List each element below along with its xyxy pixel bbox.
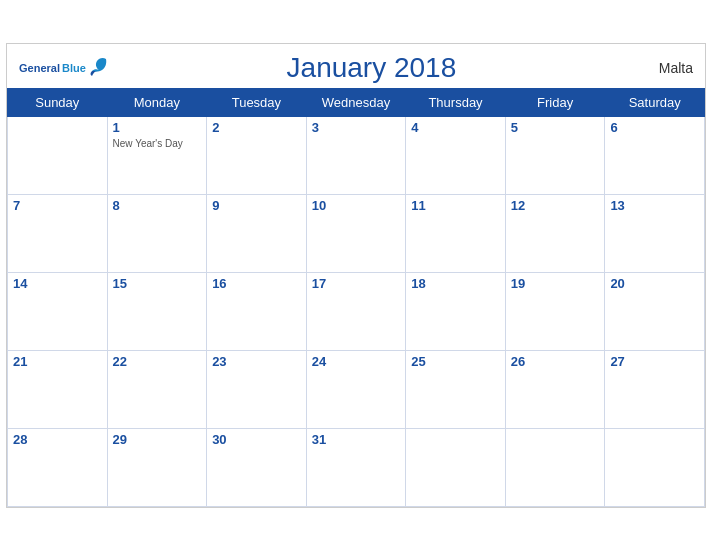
calendar-header: General Blue January 2018 Malta xyxy=(7,44,705,88)
day-number: 1 xyxy=(113,120,202,135)
day-number: 10 xyxy=(312,198,401,213)
day-header-monday: Monday xyxy=(107,88,207,116)
day-number: 30 xyxy=(212,432,301,447)
day-header-saturday: Saturday xyxy=(605,88,705,116)
calendar-cell: 7 xyxy=(8,194,108,272)
calendar-week-row: 1New Year's Day23456 xyxy=(8,116,705,194)
day-number: 23 xyxy=(212,354,301,369)
calendar-cell: 29 xyxy=(107,428,207,506)
logo-bird-icon xyxy=(88,56,110,79)
day-header-friday: Friday xyxy=(505,88,605,116)
calendar-cell: 11 xyxy=(406,194,506,272)
calendar-cell xyxy=(8,116,108,194)
day-number: 21 xyxy=(13,354,102,369)
calendar-container: General Blue January 2018 Malta SundayMo… xyxy=(6,43,706,508)
day-header-wednesday: Wednesday xyxy=(306,88,406,116)
calendar-week-row: 21222324252627 xyxy=(8,350,705,428)
day-number: 25 xyxy=(411,354,500,369)
calendar-table: SundayMondayTuesdayWednesdayThursdayFrid… xyxy=(7,88,705,507)
day-number: 8 xyxy=(113,198,202,213)
calendar-cell: 22 xyxy=(107,350,207,428)
day-number: 7 xyxy=(13,198,102,213)
calendar-cell: 8 xyxy=(107,194,207,272)
day-number: 6 xyxy=(610,120,699,135)
day-number: 15 xyxy=(113,276,202,291)
day-number: 9 xyxy=(212,198,301,213)
day-number: 28 xyxy=(13,432,102,447)
calendar-cell: 23 xyxy=(207,350,307,428)
calendar-cell: 15 xyxy=(107,272,207,350)
day-number: 29 xyxy=(113,432,202,447)
calendar-week-row: 28293031 xyxy=(8,428,705,506)
calendar-cell: 18 xyxy=(406,272,506,350)
logo-area: General Blue xyxy=(19,56,110,79)
calendar-cell: 5 xyxy=(505,116,605,194)
calendar-cell: 3 xyxy=(306,116,406,194)
holiday-label: New Year's Day xyxy=(113,137,202,150)
day-number: 26 xyxy=(511,354,600,369)
day-number: 20 xyxy=(610,276,699,291)
calendar-week-row: 78910111213 xyxy=(8,194,705,272)
calendar-cell: 31 xyxy=(306,428,406,506)
calendar-week-row: 14151617181920 xyxy=(8,272,705,350)
calendar-cell: 14 xyxy=(8,272,108,350)
calendar-cell: 10 xyxy=(306,194,406,272)
logo-blue-text: Blue xyxy=(62,62,86,74)
title-area: January 2018 xyxy=(110,52,633,84)
day-number: 5 xyxy=(511,120,600,135)
calendar-title: January 2018 xyxy=(287,52,457,83)
calendar-cell: 21 xyxy=(8,350,108,428)
day-number: 14 xyxy=(13,276,102,291)
day-number: 31 xyxy=(312,432,401,447)
calendar-cell xyxy=(605,428,705,506)
day-number: 24 xyxy=(312,354,401,369)
calendar-cell: 17 xyxy=(306,272,406,350)
day-number: 11 xyxy=(411,198,500,213)
country-label: Malta xyxy=(633,60,693,76)
day-number: 4 xyxy=(411,120,500,135)
calendar-cell: 20 xyxy=(605,272,705,350)
calendar-cell: 26 xyxy=(505,350,605,428)
day-header-thursday: Thursday xyxy=(406,88,506,116)
logo-general-text: General xyxy=(19,62,60,74)
calendar-cell: 25 xyxy=(406,350,506,428)
calendar-cell: 12 xyxy=(505,194,605,272)
day-header-tuesday: Tuesday xyxy=(207,88,307,116)
calendar-cell: 6 xyxy=(605,116,705,194)
calendar-cell: 27 xyxy=(605,350,705,428)
day-number: 19 xyxy=(511,276,600,291)
day-number: 22 xyxy=(113,354,202,369)
day-number: 12 xyxy=(511,198,600,213)
days-header-row: SundayMondayTuesdayWednesdayThursdayFrid… xyxy=(8,88,705,116)
calendar-cell xyxy=(505,428,605,506)
calendar-cell: 24 xyxy=(306,350,406,428)
day-number: 2 xyxy=(212,120,301,135)
calendar-cell: 19 xyxy=(505,272,605,350)
calendar-cell: 13 xyxy=(605,194,705,272)
day-header-sunday: Sunday xyxy=(8,88,108,116)
day-number: 17 xyxy=(312,276,401,291)
day-number: 3 xyxy=(312,120,401,135)
calendar-cell: 9 xyxy=(207,194,307,272)
calendar-cell: 30 xyxy=(207,428,307,506)
calendar-cell: 16 xyxy=(207,272,307,350)
calendar-cell: 28 xyxy=(8,428,108,506)
calendar-cell xyxy=(406,428,506,506)
day-number: 13 xyxy=(610,198,699,213)
calendar-cell: 1New Year's Day xyxy=(107,116,207,194)
calendar-cell: 2 xyxy=(207,116,307,194)
day-number: 16 xyxy=(212,276,301,291)
day-number: 27 xyxy=(610,354,699,369)
day-number: 18 xyxy=(411,276,500,291)
calendar-cell: 4 xyxy=(406,116,506,194)
